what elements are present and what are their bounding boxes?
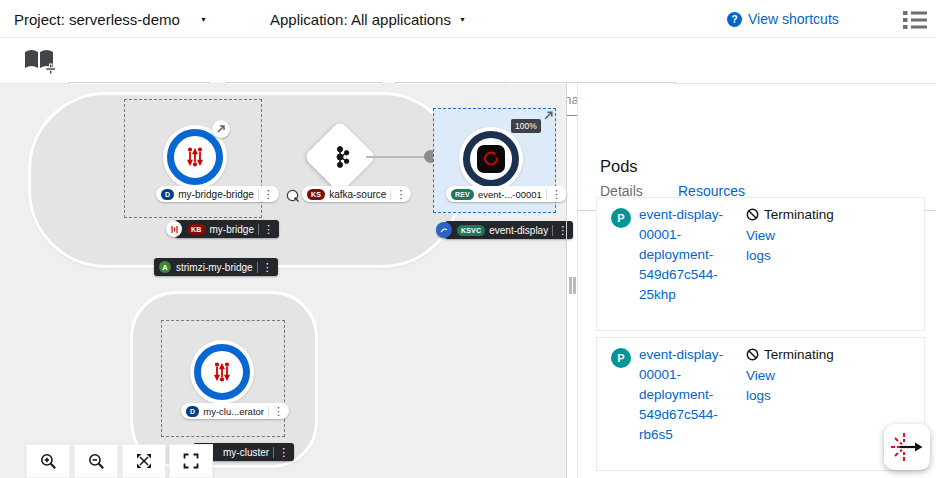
pod-status: Terminating	[746, 347, 834, 362]
topology-view: Project: serverless-demo ▼ Application: …	[0, 0, 936, 478]
pod-status: Terminating	[746, 207, 834, 222]
event-sink-icon	[285, 188, 300, 203]
knative-service-mini-icon	[436, 222, 452, 238]
edge-connector[interactable]	[366, 156, 428, 158]
project-dropdown[interactable]: Project: serverless-demo ▼	[14, 0, 207, 38]
expand-arrows-icon	[136, 453, 152, 469]
node-event-display-revision[interactable]	[463, 131, 519, 187]
revision-badge: REV	[451, 189, 474, 200]
node-my-bridge-bridge[interactable]	[167, 129, 223, 185]
node-label: event-...-00001	[478, 189, 542, 200]
zoom-out-icon	[88, 453, 105, 470]
view-shortcuts-label: View shortcuts	[748, 11, 839, 27]
fit-to-screen-button[interactable]	[122, 444, 166, 478]
application-dropdown[interactable]: Application: All applications ▼	[270, 0, 466, 38]
event-source-fab[interactable]	[884, 424, 930, 470]
application-label: Application: All applications	[270, 11, 451, 28]
node-label: my-bridge-bridge	[178, 189, 254, 200]
node-label: event-display	[489, 225, 548, 236]
context-bar: Project: serverless-demo ▼ Application: …	[0, 0, 936, 38]
label-strimzi-my-bridge[interactable]: A strimzi-my-bridge ⋮	[154, 258, 278, 276]
view-logs-link[interactable]: View logs	[746, 226, 792, 266]
kebab-menu[interactable]: ⋮	[258, 189, 274, 200]
ban-icon	[746, 208, 759, 221]
kebab-menu[interactable]: ⋮	[257, 262, 273, 273]
node-label: kafka-source	[329, 189, 386, 200]
zoom-in-icon	[40, 453, 57, 470]
traffic-split-badge: 100%	[511, 119, 541, 133]
list-view-icon	[903, 10, 927, 29]
panel-divider-line	[566, 84, 567, 478]
deployment-badge: D	[161, 189, 174, 200]
kafka-icon	[328, 145, 352, 169]
external-link-icon[interactable]	[543, 110, 554, 121]
label-cluster-operator[interactable]: D my-clu...erator ⋮	[181, 403, 289, 419]
pod-row: P event-display-00001-deployment-549d67c…	[596, 197, 925, 331]
pod-badge: P	[611, 348, 631, 368]
deployment-badge: D	[186, 406, 199, 417]
topology-toolbar: Display options ▼ Filter by resource ▼ N…	[0, 38, 936, 84]
reset-view-button[interactable]	[169, 444, 213, 478]
pod-row: P event-display-00001-deployment-549d67c…	[596, 337, 925, 471]
ban-icon	[746, 348, 759, 361]
view-shortcuts-link[interactable]: ? View shortcuts	[727, 0, 839, 38]
kebab-menu[interactable]: ⋮	[268, 406, 284, 417]
pod-name-link[interactable]: event-display-00001-deployment-549d67c54…	[639, 205, 733, 305]
pod-badge: P	[611, 208, 631, 228]
label-my-bridge[interactable]: KB my-bridge ⋮	[175, 220, 279, 238]
external-link-badge[interactable]	[212, 120, 230, 138]
node-label: my-bridge	[210, 224, 254, 235]
kafka-bridge-mini-icon	[166, 221, 182, 237]
node-label: my-cluster	[223, 447, 269, 458]
caret-down-icon: ▼	[459, 16, 466, 23]
zoom-out-button[interactable]	[74, 444, 118, 478]
question-circle-icon: ?	[727, 12, 742, 27]
kebab-menu[interactable]: ⋮	[546, 189, 562, 200]
corner-brackets-icon	[183, 453, 199, 469]
kafka-bridge-badge: KB	[187, 224, 206, 235]
amq-streams-icon	[212, 362, 232, 382]
kebab-menu[interactable]: ⋮	[273, 447, 289, 458]
pod-status-text: Terminating	[764, 207, 834, 222]
label-event-display[interactable]: KSVC event-display ⋮	[445, 221, 573, 239]
group-label: strimzi-my-bridge	[176, 262, 253, 273]
topology-canvas[interactable]: D my-bridge-bridge ⋮ KB my-bridge ⋮	[0, 84, 566, 478]
label-kafka-source[interactable]: KS kafka-source ⋮	[302, 186, 411, 202]
kebab-menu[interactable]: ⋮	[258, 224, 274, 235]
kebab-menu[interactable]: ⋮	[390, 189, 406, 200]
catalog-book-icon	[22, 47, 56, 75]
node-cluster-operator[interactable]	[194, 344, 250, 400]
project-label: Project: serverless-demo	[14, 11, 180, 28]
red-burst-arrow-icon	[890, 430, 924, 464]
label-revision[interactable]: REV event-...-00001 ⋮	[446, 186, 567, 202]
openshift-revision-tile	[477, 145, 505, 173]
label-my-bridge-bridge[interactable]: D my-bridge-bridge ⋮	[156, 186, 279, 202]
external-link-icon	[216, 124, 226, 134]
view-logs-link[interactable]: View logs	[746, 366, 792, 406]
add-to-project-button[interactable]	[22, 47, 56, 75]
pod-name-link[interactable]: event-display-00001-deployment-549d67c54…	[639, 345, 733, 445]
zoom-in-button[interactable]	[26, 444, 70, 478]
list-view-toggle[interactable]	[903, 0, 927, 38]
application-badge: A	[159, 261, 171, 273]
pods-heading: Pods	[600, 157, 638, 176]
red-sync-icon	[482, 150, 500, 168]
node-label: my-clu...erator	[203, 406, 264, 417]
caret-down-icon: ▼	[200, 16, 207, 23]
ksvc-badge: KSVC	[457, 225, 485, 236]
kafka-source-badge: KS	[307, 189, 325, 200]
amq-streams-icon	[185, 147, 205, 167]
pod-status-text: Terminating	[764, 347, 834, 362]
